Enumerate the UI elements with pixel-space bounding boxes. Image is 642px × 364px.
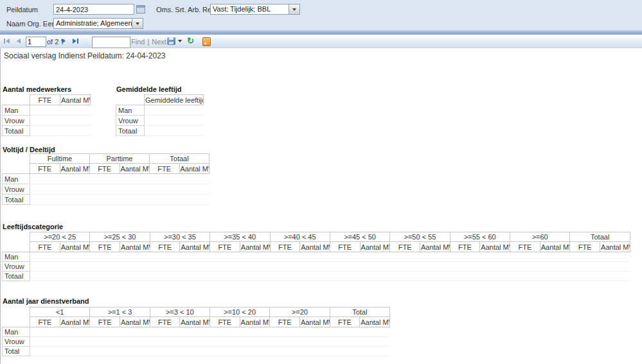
data-feed-button[interactable]	[202, 37, 211, 46]
column-header: Aantal MW	[300, 242, 330, 252]
refresh-button[interactable]: ↻	[187, 36, 194, 46]
table-cell	[270, 262, 300, 272]
column-header: FTE	[30, 242, 60, 252]
last-page-button[interactable]	[73, 39, 78, 44]
group-header: >=45 < 50	[330, 232, 389, 242]
table-cell	[210, 272, 240, 281]
column-header: FTE	[30, 95, 60, 105]
table-cell	[330, 337, 360, 347]
parameter-panel: Peildatum Oms. Srt. Arb. Relatie Vast; T…	[0, 0, 642, 30]
table-cell	[90, 327, 120, 337]
table-cell	[30, 272, 60, 281]
table-row: Man	[3, 174, 210, 184]
column-header: Aantal MW	[240, 242, 270, 252]
table-row: Vrouw	[3, 184, 210, 195]
column-header: FTE	[330, 242, 360, 252]
table-cell	[180, 327, 210, 337]
row-label: Vrouw	[3, 116, 30, 126]
table-cell	[390, 252, 420, 262]
next-link[interactable]: Next	[152, 38, 166, 46]
table-cell	[300, 252, 330, 262]
relatie-dropdown[interactable]: Vast; Tijdelijk; BBL	[210, 4, 300, 15]
column-header: Aantal MW	[299, 317, 330, 327]
first-page-icon	[4, 39, 5, 44]
table-cell	[510, 252, 540, 262]
table-row: Man	[3, 252, 630, 262]
refresh-icon: ↻	[187, 36, 194, 46]
table-cell	[30, 347, 60, 356]
table-cell	[270, 337, 300, 347]
previous-page-button[interactable]	[17, 39, 21, 44]
column-header: Aantal MW	[540, 242, 570, 252]
column-header: Aantal MW	[180, 317, 210, 327]
report-toolbar: of 2 ? Find | Next ↻	[0, 35, 642, 48]
peildatum-input[interactable]	[53, 4, 134, 15]
column-header: Aantal MW	[360, 317, 390, 327]
column-header: Aantal MW	[179, 164, 210, 174]
table-cell	[360, 337, 390, 347]
page-number-input[interactable]	[26, 37, 46, 47]
table-cell	[330, 327, 360, 337]
first-page-button[interactable]	[4, 39, 10, 44]
group-header: <1	[30, 308, 90, 317]
table-cell	[180, 262, 210, 272]
export-button[interactable]	[167, 37, 182, 45]
row-label: Totaal	[116, 126, 145, 136]
table-cell	[299, 337, 330, 347]
table-cell	[150, 252, 180, 262]
table-cell	[145, 105, 204, 116]
chevron-down-icon[interactable]	[289, 4, 299, 14]
table-cell	[480, 262, 510, 272]
org-dropdown[interactable]: Administratie; Algemeen Bestuur; A	[53, 18, 143, 29]
table-cell	[60, 116, 91, 126]
parameter-splitter[interactable]	[0, 30, 642, 35]
table-title-leeftijdscategorie: Leeftijdscategorie	[3, 223, 63, 230]
row-label: Totaal	[3, 195, 30, 205]
table-cell	[120, 195, 150, 205]
column-header: FTE	[510, 242, 540, 252]
table-cell	[570, 272, 600, 281]
row-label: Man	[3, 252, 30, 262]
table-cell	[240, 252, 270, 262]
table-cell	[570, 252, 600, 262]
table-title-gemiddelde-leeftijd: Gemiddelde leeftijd	[116, 85, 181, 93]
table-row: Man	[3, 327, 390, 337]
table-cell	[570, 262, 600, 272]
table-row: Vrouw	[116, 116, 204, 126]
table-cell	[330, 347, 360, 356]
chevron-down-icon[interactable]	[132, 19, 143, 28]
row-label: Man	[3, 105, 30, 116]
table-cell	[270, 347, 300, 356]
table-row: Man	[3, 105, 91, 116]
table-cell	[145, 116, 204, 126]
column-header: FTE	[150, 317, 180, 327]
table-cell	[60, 337, 90, 347]
find-text-input[interactable]	[92, 37, 130, 48]
find-next-links: Find | Next	[131, 38, 166, 46]
table-leeftijdscategorie: >=20 < 25>=25 < 30>=30 < 35>=35 < 40>=40…	[2, 232, 630, 281]
table-cell	[30, 105, 60, 116]
table-cell	[179, 195, 210, 205]
table-cell	[120, 272, 150, 281]
column-header: Aantal MW	[60, 164, 90, 174]
column-header: Aantal MW	[180, 242, 210, 252]
next-page-button[interactable]	[62, 39, 66, 44]
table-cell	[179, 184, 210, 195]
table-cell	[299, 347, 330, 356]
row-label: Totaal	[3, 126, 30, 136]
table-cell	[60, 195, 90, 205]
table-cell	[420, 252, 450, 262]
row-label: Vrouw	[116, 116, 145, 126]
table-cell	[450, 252, 480, 262]
calendar-icon[interactable]	[136, 5, 145, 13]
table-row: Totaal	[116, 126, 204, 136]
table-cell	[90, 347, 120, 356]
column-header: Aantal MW	[60, 95, 91, 105]
table-cell	[150, 272, 180, 281]
group-header: >=1 < 3	[90, 308, 150, 317]
table-cell	[360, 347, 390, 356]
table-cell	[90, 195, 120, 205]
column-header: Aantal MW	[60, 242, 90, 252]
export-caret-icon[interactable]	[178, 40, 182, 42]
find-link[interactable]: Find	[131, 38, 145, 46]
